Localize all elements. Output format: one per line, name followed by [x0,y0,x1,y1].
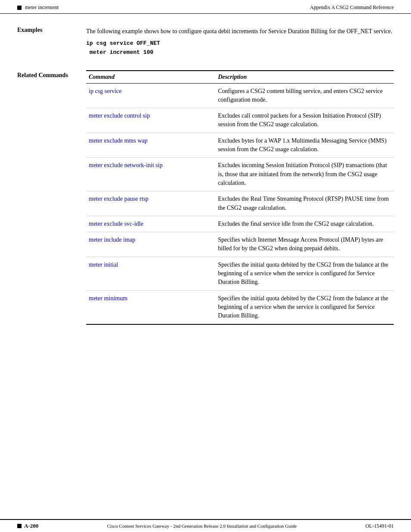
description-cell: Excludes the Real Time Streaming Protoco… [215,191,394,216]
command-cell[interactable]: meter initial [86,257,215,290]
table-header: Command Description [86,71,394,84]
page-footer: A-200 Cisco Content Services Gateway - 2… [0,519,411,532]
command-link[interactable]: meter exclude mms wap [89,137,147,144]
footer-square-icon [17,524,22,528]
examples-section: Examples The following example shows how… [17,27,394,57]
page-header: meter increment Appendix A CSG2 Command … [0,0,411,14]
description-cell: Excludes incoming Session Initiation Pro… [215,158,394,191]
examples-label: Examples [17,27,86,57]
table-row: meter exclude svc-idleExcludes the final… [86,216,394,232]
col-description-header: Description [215,71,394,84]
table-row: meter initialSpecifies the initial quota… [86,257,394,290]
table-row: ip csg serviceConfigures a CSG2 content … [86,83,394,108]
command-cell[interactable]: ip csg service [86,83,215,108]
table-row: meter minimumSpecifies the initial quota… [86,290,394,324]
examples-text: The following example shows how to confi… [86,28,392,34]
footer-page-number: A-200 [24,523,38,529]
header-left-text: meter increment [25,4,59,11]
related-commands-table: Command Description ip csg serviceConfig… [86,70,394,325]
table-row: meter include imapSpecifies which Intern… [86,232,394,257]
command-cell[interactable]: meter exclude mms wap [86,133,215,158]
description-cell: Excludes call control packets for a Sess… [215,108,394,133]
description-cell: Specifies the initial quota debited by t… [215,257,394,290]
col-command-header: Command [86,71,215,84]
related-commands-table-wrapper: Command Description ip csg serviceConfig… [86,70,394,325]
header-right-text: Appendix A CSG2 Command Reference [310,4,394,11]
description-cell: Configures a CSG2 content billing servic… [215,83,394,108]
examples-code: ip csg service OFF_NET meter increment 1… [86,39,394,57]
command-link[interactable]: meter exclude svc-idle [89,221,143,227]
footer-right-text: OL-15491-01 [365,523,394,529]
description-cell: Specifies the initial quota debited by t… [215,290,394,324]
related-commands-label: Related Commands [17,70,86,325]
command-link[interactable]: meter minimum [89,295,128,302]
command-link[interactable]: meter exclude pause rtsp [89,196,149,202]
command-cell[interactable]: meter exclude network-init sip [86,158,215,191]
footer-center-text: Cisco Content Services Gateway - 2nd Gen… [38,523,365,529]
table-row: meter exclude mms wapExcludes bytes for … [86,133,394,158]
footer-left: A-200 [17,523,38,529]
related-commands-section: Related Commands Command Description ip … [17,70,394,325]
header-left: meter increment [17,4,59,11]
main-content: Examples The following example shows how… [0,14,411,333]
table-body: ip csg serviceConfigures a CSG2 content … [86,83,394,324]
command-cell[interactable]: meter exclude pause rtsp [86,191,215,216]
command-cell[interactable]: meter include imap [86,232,215,257]
header-square-icon [17,6,22,10]
table-row: meter exclude control sipExcludes call c… [86,108,394,133]
description-cell: Excludes bytes for a WAP 1.x Multimedia … [215,133,394,158]
command-link[interactable]: meter initial [89,261,118,268]
command-cell[interactable]: meter exclude control sip [86,108,215,133]
description-cell: Excludes the final service idle from the… [215,216,394,232]
table-row: meter exclude network-init sipExcludes i… [86,158,394,191]
command-link[interactable]: meter include imap [89,236,135,243]
table-row: meter exclude pause rtspExcludes the Rea… [86,191,394,216]
examples-body: The following example shows how to confi… [86,27,394,57]
table-header-row: Command Description [86,71,394,84]
description-cell: Specifies which Internet Message Access … [215,232,394,257]
command-cell[interactable]: meter exclude svc-idle [86,216,215,232]
command-link[interactable]: meter exclude control sip [89,112,150,119]
command-link[interactable]: ip csg service [89,88,121,94]
command-link[interactable]: meter exclude network-init sip [89,162,162,168]
command-cell[interactable]: meter minimum [86,290,215,324]
